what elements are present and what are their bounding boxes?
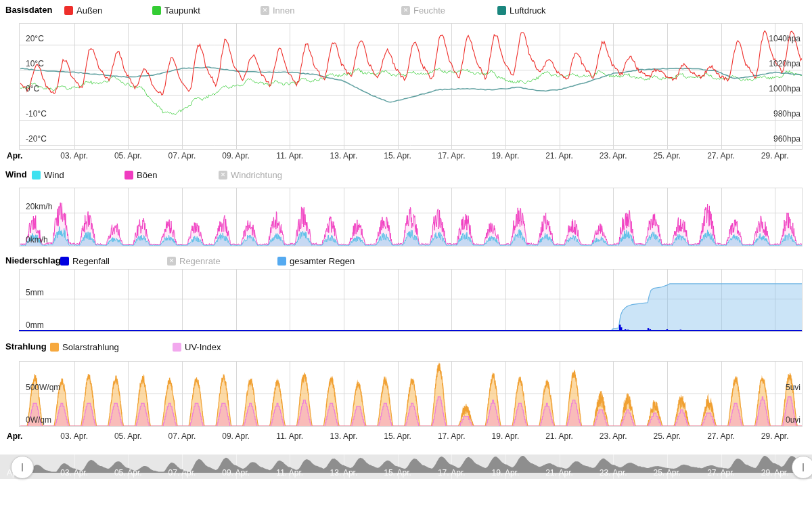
x-axis-label: 11. Apr. [276, 432, 303, 441]
plot-area-niederschlag[interactable] [19, 269, 802, 331]
legend-item-solarstrahlung[interactable]: Solarstrahlung [50, 341, 119, 352]
series-color-swatch-icon [60, 257, 69, 266]
x-axis-label: 13. Apr. [330, 152, 358, 161]
hidden-series-icon: ✕ [167, 257, 176, 266]
x-axis-month-label: Apr. [7, 432, 22, 441]
legend-item-label: Taupunkt [164, 5, 200, 16]
legend-item-windrichtung[interactable]: ✕Windrichtung [219, 169, 282, 180]
x-axis-label: 03. Apr. [60, 469, 88, 478]
y-axis-label: -10°C [26, 110, 47, 119]
y-axis-label: 0uvi [786, 416, 800, 425]
legend-item-taupunkt[interactable]: Taupunkt [152, 5, 200, 16]
x-axis-label: 09. Apr. [222, 469, 250, 478]
x-axis-label: 19. Apr. [492, 152, 520, 161]
legend-item-label: Solarstrahlung [62, 342, 119, 352]
legend-item-au-en[interactable]: Außen [64, 5, 102, 16]
x-axis-label: 25. Apr. [654, 152, 681, 161]
plot-area-strahlung[interactable] [19, 361, 802, 426]
legend-item-regenrate[interactable]: ✕Regenrate [167, 255, 221, 266]
x-axis-label: 09. Apr. [222, 432, 250, 441]
x-axis-label: 09. Apr. [222, 152, 250, 161]
x-axis-label: 03. Apr. [60, 152, 88, 161]
y-axis-label: 10°C [26, 60, 44, 68]
y-axis-label: 980hpa [773, 110, 800, 119]
x-axis-label: 05. Apr. [114, 469, 142, 478]
hidden-series-icon: ✕ [219, 171, 227, 179]
x-axis-month-label: Apr. [7, 469, 21, 478]
x-axis-label: 17. Apr. [438, 152, 466, 161]
legend-item-b-en[interactable]: Böen [125, 169, 157, 180]
panel-title-wind: Wind [5, 169, 27, 179]
legend-item-feuchte[interactable]: ✕Feuchte [401, 5, 445, 16]
x-axis-label: 19. Apr. [492, 469, 520, 478]
legend-item-label: gesamter Regen [290, 256, 355, 266]
legend-item-regenfall[interactable]: Regenfall [60, 255, 110, 266]
legend-item-label: Regenfall [72, 256, 110, 266]
legend-item-label: Böen [137, 170, 157, 180]
handle-grip-icon [803, 463, 804, 471]
x-axis-label: 07. Apr. [168, 152, 196, 161]
y-axis-label: 5uvi [786, 383, 800, 392]
x-axis-label: 25. Apr. [654, 469, 681, 478]
legend-item-luftdruck[interactable]: Luftdruck [497, 5, 545, 16]
y-axis-label: 0km/h [26, 236, 48, 245]
x-axis-label: 29. Apr. [761, 432, 789, 441]
x-axis-label: 05. Apr. [114, 432, 142, 441]
plot-area-wind[interactable] [19, 188, 802, 246]
y-axis-label: 5mm [26, 289, 44, 297]
x-axis-label: 11. Apr. [276, 469, 303, 478]
navigator-right-handle-icon[interactable] [792, 456, 812, 479]
weather-dashboard: Basisdaten AußenTaupunkt✕Innen✕FeuchteLu… [0, 0, 812, 508]
x-axis-label: 15. Apr. [384, 152, 411, 161]
x-axis-label: 27. Apr. [707, 469, 735, 478]
x-axis-label: 13. Apr. [330, 469, 358, 478]
panel-header-niederschlag: Niederschlag Regenfall✕Regenrategesamter… [0, 255, 812, 268]
panel-header-strahlung: Strahlung SolarstrahlungUV-Index [0, 341, 812, 354]
x-axis-label: 07. Apr. [168, 432, 196, 441]
y-axis-label: 0°C [26, 85, 39, 93]
legend-item-label: Innen [273, 5, 295, 16]
hidden-series-icon: ✕ [401, 6, 410, 15]
panel-header-wind: Wind WindBöen✕Windrichtung [0, 169, 812, 182]
x-axis-month-label: Apr. [7, 152, 22, 161]
y-axis-label: 20°C [26, 35, 44, 43]
x-axis-label: 27. Apr. [707, 432, 735, 441]
x-axis-label: 21. Apr. [545, 152, 573, 161]
handle-grip-icon [22, 463, 23, 471]
legend-item-label: Feuchte [413, 5, 445, 16]
x-axis-label: 29. Apr. [761, 152, 789, 161]
y-axis-label: -20°C [26, 135, 47, 144]
legend-item-gesamter-regen[interactable]: gesamter Regen [277, 255, 355, 266]
x-axis-label: 07. Apr. [168, 469, 196, 478]
x-axis-label: 29. Apr. [761, 469, 789, 478]
x-axis-label: 13. Apr. [330, 432, 358, 441]
series-color-swatch-icon [64, 6, 73, 15]
series-color-swatch-icon [497, 6, 506, 15]
series-color-swatch-icon [152, 6, 161, 15]
hidden-series-icon: ✕ [261, 6, 269, 15]
plot-area-basisdaten[interactable] [19, 23, 802, 149]
legend-item-label: Außen [76, 5, 102, 16]
panel-title-strahlung: Strahlung [5, 341, 47, 352]
x-axis-label: 23. Apr. [600, 469, 627, 478]
x-axis-label: 15. Apr. [384, 469, 411, 478]
series-color-swatch-icon [32, 171, 41, 179]
y-axis-label: 1020hpa [769, 60, 800, 68]
y-axis-label: 20km/h [26, 203, 52, 211]
x-axis-label: 23. Apr. [600, 432, 627, 441]
x-axis-label: 05. Apr. [114, 152, 142, 161]
x-axis-label: 17. Apr. [438, 432, 466, 441]
panel-header-basisdaten: Basisdaten AußenTaupunkt✕Innen✕FeuchteLu… [0, 5, 812, 17]
x-axis-label: 17. Apr. [438, 469, 466, 478]
y-axis-label: 1040hpa [769, 35, 800, 43]
legend-item-innen[interactable]: ✕Innen [261, 5, 295, 16]
series-color-swatch-icon [277, 257, 286, 266]
legend-item-uv-index[interactable]: UV-Index [173, 341, 221, 352]
legend-item-label: Luftdruck [510, 5, 545, 16]
y-axis-label: 960hpa [773, 135, 800, 144]
series-color-swatch-icon [125, 171, 133, 179]
x-axis-label: 11. Apr. [276, 152, 303, 161]
x-axis-label: 27. Apr. [707, 152, 735, 161]
legend-item-wind[interactable]: Wind [32, 169, 64, 180]
x-axis-label: 23. Apr. [600, 152, 627, 161]
